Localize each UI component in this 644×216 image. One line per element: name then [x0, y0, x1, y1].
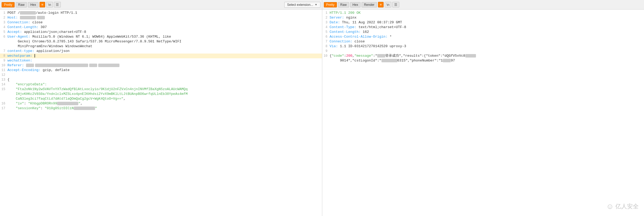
left-line-2: 2 Host:: [0, 15, 322, 20]
left-line-6: 6 User-Agent: Mozilla/5.0 (Windows NT 6.…: [0, 34, 322, 49]
line-number: 14: [0, 82, 7, 87]
line-number: 1: [0, 11, 7, 15]
right-line-3: 3 Date: Thu, 11 Aug 2022 08:37:29 GMT: [322, 20, 644, 25]
line-number: 4: [0, 25, 7, 30]
left-line-1: 1 POST //auto-login HTTP/1.1: [0, 11, 322, 15]
left-icon-wrap[interactable]: ☰: [54, 2, 61, 7]
line-number: 1: [322, 11, 330, 15]
line-text: Referer:: [7, 63, 320, 68]
left-tab-raw[interactable]: Raw: [16, 2, 27, 7]
line-number: 15: [0, 87, 7, 92]
line-number: 10: [0, 63, 7, 68]
line-number: 5: [322, 30, 330, 34]
left-line-12: 12: [0, 73, 322, 77]
line-text: content-type: application/json: [7, 49, 320, 54]
left-code-content: 1 POST //auto-login HTTP/1.1 2 Host: 3 C…: [0, 10, 322, 216]
line-text: Content-Length: 162: [330, 30, 643, 34]
line-text: Access-Control-Allow-Origin: *: [330, 34, 643, 39]
line-text: Content-Type: text/html;charset=UTF-8: [330, 25, 643, 30]
line-text: POST //auto-login HTTP/1.1: [7, 11, 320, 15]
left-line-9: 9 wechattoken:: [0, 58, 322, 63]
left-icon-newline[interactable]: \n: [46, 2, 53, 7]
line-text: Server: nginx: [330, 15, 643, 20]
line-number: 10: [322, 54, 330, 58]
line-number: 4: [322, 25, 330, 30]
line-number: 7: [322, 39, 330, 44]
line-text: User-Agent: Mozilla/5.0 (Windows NT 6.1;…: [7, 34, 320, 49]
left-line-16: 16 "iv": "KhbgpDBRORn99",: [0, 101, 322, 106]
left-line-11: 11 Accept-Encoding: gzip, deflate: [0, 68, 322, 73]
right-line-1: 1 HTTP/1.1 200 OK: [322, 11, 644, 15]
line-text: Content-Length: 307: [7, 25, 320, 30]
line-text: Date: Thu, 11 Aug 2022 08:37:29 GMT: [330, 20, 643, 25]
right-icon-list[interactable]: ≡: [378, 2, 384, 7]
left-panel: Pretty Raw Hex ≡ \n ☰ Select extension..…: [0, 0, 322, 216]
left-line-10: 10 Referer:: [0, 63, 322, 68]
line-text: {"code":200,"message":"登录成功","results":{…: [330, 54, 643, 63]
left-tab-hex[interactable]: Hex: [28, 2, 38, 7]
left-tab-pretty[interactable]: Pretty: [2, 2, 15, 7]
line-text: wechatparam:: [7, 54, 320, 58]
left-line-5: 5 Accept: application/json;charset=UTF-8: [0, 30, 322, 34]
chevron-down-icon: ▼: [315, 3, 317, 6]
left-toolbar: Pretty Raw Hex ≡ \n ☰ Select extension..…: [0, 0, 322, 10]
line-number: 6: [0, 34, 7, 39]
watermark-icon: ☺: [606, 202, 614, 211]
right-tab-render[interactable]: Render: [362, 2, 377, 7]
watermark-text: 亿人安全: [615, 202, 639, 210]
right-icon-newline[interactable]: \n: [385, 2, 391, 7]
left-icon-list[interactable]: ≡: [40, 2, 45, 7]
line-number: 11: [0, 68, 7, 73]
left-line-17: 17 "sessionKey": "010g0SitDICiN": [0, 106, 322, 111]
line-text: Connection: close: [330, 39, 643, 44]
line-text: "encrypteData":: [7, 82, 320, 87]
select-extension-label: Select extension...: [287, 3, 313, 7]
line-text: Accept: application/json;charset=UTF-8: [7, 30, 320, 34]
line-text: HTTP/1.1 200 OK: [330, 11, 643, 15]
left-line-7: 7 content-type: application/json: [0, 49, 322, 54]
left-line-4: 4 Content-Length: 307: [0, 25, 322, 30]
right-line-6: 6 Access-Control-Allow-Origin: *: [322, 34, 644, 39]
line-number: 13: [0, 77, 7, 82]
line-text: Accept-Encoding: gzip, deflate: [7, 68, 320, 73]
line-number: 17: [0, 106, 7, 111]
right-line-10: 10 {"code":200,"message":"登录成功","results…: [322, 54, 644, 63]
right-panel: Pretty Raw Hex Render ≡ \n ☰ 1 HTTP/1.1 …: [322, 0, 644, 216]
line-number: 8: [322, 44, 330, 49]
line-text: wechattoken:: [7, 58, 320, 63]
line-number: 3: [322, 20, 330, 25]
line-number: 9: [0, 58, 7, 63]
line-number: 6: [322, 34, 330, 39]
left-line-3: 3 Connection: close: [0, 20, 322, 25]
right-toolbar: Pretty Raw Hex Render ≡ \n ☰: [322, 0, 644, 10]
line-number: 3: [0, 20, 7, 25]
line-text: [330, 49, 643, 54]
right-line-9: 9: [322, 49, 644, 54]
right-line-4: 4 Content-Type: text/html;charset=UTF-8: [322, 25, 644, 30]
select-extension-button[interactable]: Select extension... ▼: [284, 2, 320, 8]
right-tab-raw[interactable]: Raw: [338, 2, 349, 7]
left-line-13: 13 {: [0, 77, 322, 82]
right-code-content: 1 HTTP/1.1 200 OK 2 Server: nginx 3 Date…: [322, 10, 644, 216]
right-icon-wrap[interactable]: ☰: [392, 2, 399, 7]
line-text: "sessionKey": "010g0SitDICiN": [7, 106, 320, 111]
right-line-2: 2 Server: nginx: [322, 15, 644, 20]
line-text: Via: 1.1 ID-0314217270142520 uproxy-3: [330, 44, 643, 49]
main-container: Pretty Raw Hex ≡ \n ☰ Select extension..…: [0, 0, 644, 216]
right-tab-pretty[interactable]: Pretty: [324, 2, 337, 7]
line-number: 16: [0, 101, 7, 106]
line-number: 8: [0, 54, 7, 58]
line-number: 12: [0, 73, 7, 77]
line-text: "Fta2oNk1Ny2wSVAVTnYXTzWadQfBlAtLxoclyio…: [7, 87, 320, 101]
right-line-5: 5 Content-Length: 162: [322, 30, 644, 34]
right-line-7: 7 Connection: close: [322, 39, 644, 44]
watermark: ☺ 亿人安全: [606, 202, 639, 211]
right-tab-hex[interactable]: Hex: [350, 2, 360, 7]
left-line-8: 8 wechatparam:: [0, 54, 322, 58]
line-text: Host:: [7, 15, 320, 20]
right-line-8: 8 Via: 1.1 ID-0314217270142520 uproxy-3: [322, 44, 644, 49]
line-text: {: [7, 77, 320, 82]
line-text: Connection: close: [7, 20, 320, 25]
left-line-15: 15 "Fta2oNk1Ny2wSVAVTnYXTzWadQfBlAtLxocl…: [0, 87, 322, 101]
line-number: 5: [0, 30, 7, 34]
